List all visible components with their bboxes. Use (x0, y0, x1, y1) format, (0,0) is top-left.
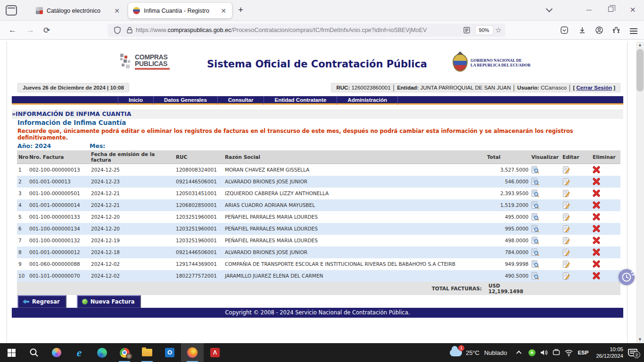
entidad-label: Entidad: (397, 85, 419, 90)
editar-icon[interactable] (562, 260, 570, 268)
url-bar[interactable]: https://www.compraspublicas.gob.ec/Proce… (107, 24, 505, 37)
menu-item-inicio[interactable]: Inicio (118, 96, 153, 105)
volume-tray-icon[interactable] (538, 343, 550, 362)
restore-button[interactable] (608, 7, 613, 12)
forward-button[interactable]: → (26, 25, 34, 35)
lock-icon[interactable] (126, 26, 133, 34)
eliminar-icon[interactable] (593, 166, 601, 174)
clock-icon (621, 272, 632, 282)
table-row: 10 001-101-000000070 2024-12-02 18022775… (17, 270, 620, 282)
notification-center-button[interactable]: 2 (628, 349, 637, 356)
shield-icon[interactable] (114, 26, 121, 34)
search-button[interactable] (23, 343, 45, 362)
firefox-view-icon[interactable] (6, 5, 17, 16)
visualizar-icon[interactable] (531, 248, 539, 256)
outlook-icon: O (165, 348, 174, 357)
visualizar-icon[interactable] (531, 178, 539, 186)
bookmark-star-icon[interactable]: ☆ (495, 26, 502, 34)
zoom-level-badge[interactable]: 90% (476, 26, 493, 34)
menu-icon[interactable] (630, 27, 637, 35)
visualizar-icon[interactable] (531, 260, 539, 268)
eliminar-icon[interactable] (593, 237, 601, 245)
chrome-button[interactable]: G (113, 343, 136, 362)
table-row: 1 002-100-000000013 2024-12-25 120800832… (17, 164, 620, 176)
editar-icon[interactable] (562, 237, 570, 245)
scroll-up-icon[interactable]: ▲ (638, 43, 642, 47)
logout-link[interactable]: Cerrar Sesión (577, 85, 612, 90)
tab-infima-cuantia[interactable]: Infima Cuantía - Registro ✕ (128, 3, 232, 18)
tab-list-chevron-icon[interactable] (546, 6, 553, 12)
wifi-tray-icon[interactable] (562, 343, 575, 362)
weather-widget[interactable]: 1 25°C Nublado (450, 349, 513, 356)
editar-icon[interactable] (562, 178, 570, 186)
eliminar-icon[interactable] (593, 272, 601, 280)
extensions-icon[interactable] (612, 26, 620, 34)
language-indicator[interactable]: ESP (575, 350, 591, 355)
regresar-button[interactable]: Regresar (17, 295, 66, 308)
visualizar-icon[interactable] (531, 166, 539, 174)
back-button[interactable]: ← (8, 25, 17, 35)
editar-icon[interactable] (562, 166, 570, 174)
eliminar-icon[interactable] (593, 201, 601, 209)
eliminar-icon[interactable] (593, 189, 601, 197)
editar-icon[interactable] (562, 225, 570, 233)
visualizar-icon[interactable] (531, 213, 539, 221)
editar-icon[interactable] (562, 189, 570, 197)
info-bar: Jueves 26 de Diciembre de 2024 | 10:08 R… (7, 83, 627, 92)
edge-button[interactable] (91, 343, 113, 362)
visualizar-icon[interactable] (531, 272, 539, 280)
system-tray: 1 25°C Nublado + ESP 10:05 26/12/2024 (450, 343, 644, 362)
visualizar-icon[interactable] (531, 189, 539, 197)
tab-close-icon[interactable]: ✕ (113, 7, 121, 15)
editar-icon[interactable] (562, 213, 570, 221)
clock-widget[interactable]: 10:05 26/12/2024 (591, 346, 628, 359)
floating-clock-widget[interactable] (619, 269, 635, 285)
antivirus-tray-icon[interactable]: + (526, 343, 538, 362)
menu-item-consultar[interactable]: Consultar (217, 96, 264, 105)
scroll-down-icon[interactable]: ▼ (638, 337, 642, 342)
tab-close-icon[interactable]: ✕ (220, 7, 227, 15)
pocket-save-icon[interactable] (560, 26, 569, 34)
menu-item-administracion[interactable]: Administración (337, 96, 398, 105)
firefox-button[interactable] (181, 343, 204, 362)
table-row: 3 001-100-000000501 2024-12-21 120503145… (17, 188, 620, 199)
downloads-icon[interactable] (578, 26, 586, 34)
editar-icon[interactable] (562, 201, 570, 209)
cast-tray-icon[interactable] (550, 343, 562, 362)
acrobat-button[interactable]: Λ (204, 343, 226, 362)
menu-item-entidad-contratante[interactable]: Entidad Contratante (264, 96, 337, 105)
new-tab-button[interactable]: + (238, 5, 243, 15)
outlook-button[interactable]: O (158, 343, 181, 362)
eliminar-icon[interactable] (593, 178, 601, 186)
tab-catalogo[interactable]: Catálogo electrónico ✕ (31, 3, 125, 18)
visualizar-icon[interactable] (531, 237, 539, 245)
eliminar-icon[interactable] (593, 213, 601, 221)
visualizar-icon[interactable] (531, 201, 539, 209)
folder-icon (142, 349, 152, 356)
minimize-button[interactable]: ─ (586, 6, 592, 14)
copilot-button[interactable] (45, 343, 68, 362)
eliminar-icon[interactable] (593, 225, 601, 233)
reload-button[interactable]: ⟳ (43, 25, 50, 35)
start-button[interactable] (0, 343, 23, 362)
col-total: Total (486, 150, 530, 164)
copilot-icon (52, 348, 61, 357)
page-scrollbar[interactable]: ▲ ▼ (636, 41, 644, 343)
reader-view-icon[interactable] (463, 26, 471, 34)
account-icon[interactable] (595, 26, 603, 34)
file-explorer-button[interactable] (136, 343, 158, 362)
year-month-row: Año: 2024 Mes: Diciembre (17, 142, 51, 149)
internet-explorer-button[interactable]: e (68, 343, 91, 362)
eliminar-icon[interactable] (593, 260, 601, 268)
editar-icon[interactable] (562, 248, 570, 256)
nueva-factura-button[interactable]: Nueva Factura (77, 295, 141, 308)
close-window-button[interactable]: ✕ (630, 6, 636, 14)
tray-overflow-button[interactable] (513, 343, 526, 362)
editar-icon[interactable] (562, 272, 570, 280)
scrollbar-thumb[interactable] (636, 49, 644, 91)
eliminar-icon[interactable] (593, 248, 601, 256)
menu-item-datos-generales[interactable]: Datos Generales (153, 96, 217, 105)
url-text[interactable]: https://www.compraspublicas.gob.ec/Proce… (136, 27, 461, 33)
visualizar-icon[interactable] (531, 225, 539, 233)
year-label: Año: 2024 (17, 142, 51, 149)
